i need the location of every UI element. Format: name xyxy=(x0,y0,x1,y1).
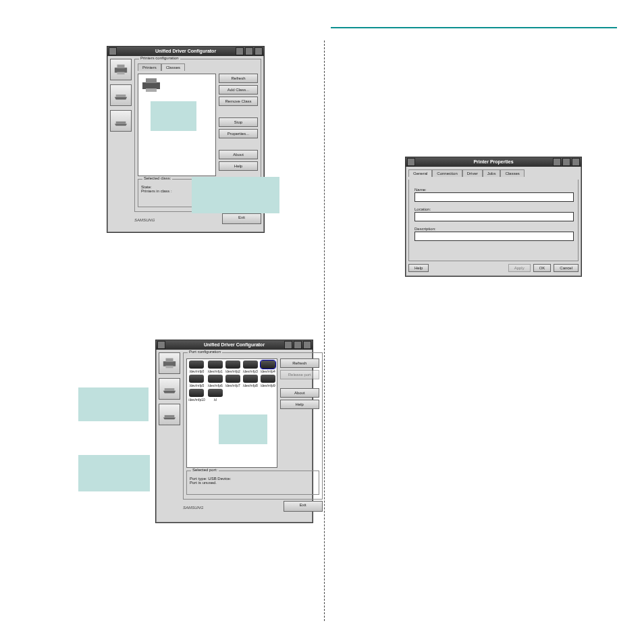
name-input[interactable] xyxy=(414,192,574,202)
ok-button[interactable]: OK xyxy=(533,264,552,272)
description-input[interactable] xyxy=(414,232,574,241)
svg-rect-11 xyxy=(166,358,173,363)
port-label: /dev/mfp0 xyxy=(189,369,204,373)
port-item[interactable]: /dev/mfp8 xyxy=(243,375,258,387)
remove-class-button[interactable]: Remove Class xyxy=(219,97,258,106)
tab-driver[interactable]: Driver xyxy=(462,169,483,177)
section-divider-rule xyxy=(331,27,617,28)
titlebar: Printer Properties xyxy=(406,157,581,167)
stop-button[interactable]: Stop xyxy=(219,117,258,127)
port-item[interactable]: /dev/mfp9 xyxy=(261,375,275,387)
scanner-icon xyxy=(162,383,177,395)
tab-printers[interactable]: Printers xyxy=(138,63,161,71)
port-item[interactable]: /dev/mfp7 xyxy=(225,375,240,387)
svg-rect-7 xyxy=(142,82,160,89)
port-item[interactable]: /dev/mfp3 xyxy=(243,360,258,373)
tab-classes[interactable]: Classes xyxy=(500,169,524,177)
maximize-icon[interactable] xyxy=(245,47,253,55)
close-icon[interactable] xyxy=(572,158,580,166)
tab-connection[interactable]: Connection xyxy=(432,169,462,177)
maximize-icon[interactable] xyxy=(294,341,302,349)
minimize-icon[interactable] xyxy=(284,341,292,349)
close-icon[interactable] xyxy=(303,341,311,349)
ports-module-button[interactable] xyxy=(159,404,180,425)
printers-module-button[interactable] xyxy=(159,352,180,374)
about-button[interactable]: About xyxy=(219,150,258,159)
svg-rect-10 xyxy=(163,361,176,366)
titlebar: Unified Driver Configurator xyxy=(156,340,313,350)
svg-rect-2 xyxy=(117,72,125,75)
svg-rect-12 xyxy=(166,366,173,369)
exit-button[interactable]: Exit xyxy=(222,213,261,224)
selected-class-label: Selected class: xyxy=(142,176,172,180)
maximize-icon[interactable] xyxy=(562,158,570,166)
add-class-button[interactable]: Add Class... xyxy=(219,85,258,95)
svg-marker-15 xyxy=(163,418,176,420)
properties-button[interactable]: Properties... xyxy=(219,129,258,138)
about-button[interactable]: About xyxy=(280,388,319,398)
svg-rect-6 xyxy=(116,122,126,124)
printers-module-button[interactable] xyxy=(110,59,132,80)
help-button[interactable]: Help xyxy=(408,264,429,272)
printer-icon xyxy=(162,357,177,369)
port-item[interactable]: /dev/mfp2 xyxy=(225,360,240,373)
port-item[interactable]: /dev/mfp4 xyxy=(261,360,275,373)
scanners-module-button[interactable] xyxy=(159,378,180,400)
description-label: Description: xyxy=(414,227,572,231)
port-item[interactable]: /dev/mfp10 xyxy=(188,389,205,402)
svg-rect-1 xyxy=(117,65,125,69)
port-label: /dev/mfp4 xyxy=(261,369,275,373)
callout-class-status xyxy=(192,177,279,213)
port-item[interactable]: /dev/mfp1 xyxy=(208,360,223,373)
svg-rect-0 xyxy=(115,68,127,72)
help-icon[interactable] xyxy=(553,158,561,166)
svg-marker-5 xyxy=(115,124,127,126)
scanners-module-button[interactable] xyxy=(110,84,132,106)
tab-general[interactable]: General xyxy=(408,169,432,177)
callout-left-modules xyxy=(78,387,149,421)
tab-classes[interactable]: Classes xyxy=(161,63,185,71)
port-item[interactable]: /d xyxy=(208,389,223,402)
refresh-button[interactable]: Refresh xyxy=(219,74,258,83)
help-button[interactable]: Help xyxy=(219,161,258,171)
apply-button[interactable]: Apply xyxy=(508,264,531,272)
callout-port-list xyxy=(219,414,267,444)
brand-label: SAMSUNG xyxy=(134,218,155,222)
titlebar: Unified Driver Configurator xyxy=(107,47,264,56)
refresh-button[interactable]: Refresh xyxy=(280,358,319,368)
port-label: /dev/mfp7 xyxy=(225,383,240,387)
port-ready-label: Port is unused. xyxy=(190,481,316,485)
app-icon xyxy=(109,47,117,55)
port-label: /dev/mfp5 xyxy=(189,383,204,387)
group-label: Printers configuration xyxy=(139,56,180,60)
window-title: Printer Properties xyxy=(473,159,513,164)
cancel-button[interactable]: Cancel xyxy=(554,264,579,272)
location-input[interactable] xyxy=(414,212,574,221)
callout-selected-port xyxy=(78,455,150,491)
window-controls xyxy=(284,341,311,349)
port-item[interactable]: /dev/mfp6 xyxy=(208,375,223,387)
port-icon xyxy=(162,408,177,421)
port-label: /d xyxy=(214,398,217,402)
name-label: Name: xyxy=(414,188,572,192)
printer-class-icon xyxy=(141,77,161,93)
exit-button[interactable]: Exit xyxy=(284,501,323,512)
help-button[interactable]: Help xyxy=(280,400,319,409)
class-item[interactable] xyxy=(141,77,161,94)
port-label: /dev/mfp1 xyxy=(208,369,223,373)
release-port-button[interactable]: Release port xyxy=(280,370,319,379)
tab-jobs[interactable]: Jobs xyxy=(483,169,501,177)
close-icon[interactable] xyxy=(254,47,263,55)
svg-rect-14 xyxy=(165,388,175,391)
svg-rect-16 xyxy=(165,415,175,418)
group-label: Port configuration xyxy=(188,350,222,354)
column-divider xyxy=(324,41,325,621)
port-item[interactable]: /dev/mfp0 xyxy=(188,360,205,373)
scanner-icon xyxy=(113,89,128,101)
port-item[interactable]: /dev/mfp5 xyxy=(188,375,205,387)
brand-label: SAMSUNG xyxy=(183,506,203,510)
minimize-icon[interactable] xyxy=(236,47,244,55)
ports-module-button[interactable] xyxy=(110,110,132,132)
svg-marker-3 xyxy=(115,97,127,100)
port-icon xyxy=(113,115,128,127)
